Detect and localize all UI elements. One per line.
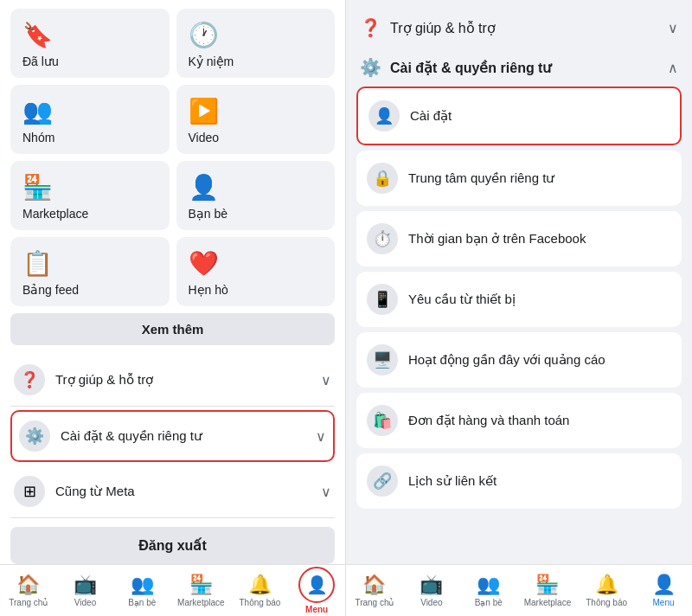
trang-chu-label: Trang chủ bbox=[9, 598, 48, 607]
bang-feed-icon: 📋 bbox=[22, 249, 53, 278]
tile-da-luu[interactable]: 🔖 Đã lưu bbox=[10, 9, 170, 78]
yeu-cau-icon: 📱 bbox=[367, 284, 398, 315]
ky-niem-label: Kỷ niệm bbox=[189, 55, 234, 68]
left-nav-video[interactable]: 📺 Video bbox=[57, 570, 114, 611]
right-bottom-nav: 🏠 Trang chủ 📺 Video 👥 Bạn bè 🏪 Marketpla… bbox=[346, 564, 692, 616]
menu-grid: 🔖 Đã lưu 🕐 Kỷ niệm 👥 Nhóm ▶️ Video 🏪 Mar… bbox=[10, 9, 335, 306]
video-icon: ▶️ bbox=[189, 97, 219, 125]
da-luu-icon: 🔖 bbox=[22, 21, 53, 49]
ban-be-label-right: Bạn bè bbox=[475, 598, 503, 607]
left-nav-menu[interactable]: 👤 Menu bbox=[288, 563, 345, 616]
tile-bang-feed[interactable]: 📋 Bảng feed bbox=[10, 237, 170, 306]
menu-icon: 👤 bbox=[298, 567, 335, 603]
cai-dat-quyen-icon: ⚙️ bbox=[360, 57, 381, 78]
right-item-don-dat-hang[interactable]: 🛍️ Đơn đặt hàng và thanh toán bbox=[356, 393, 682, 448]
right-item-trung-tam[interactable]: 🔒 Trung tâm quyền riêng tư bbox=[356, 151, 682, 206]
right-nav-trang-chu[interactable]: 🏠 Trang chủ bbox=[346, 570, 403, 611]
cai-dat-label: Cài đặt & quyền riêng tư bbox=[61, 428, 316, 444]
hen-ho-label: Hẹn hò bbox=[189, 283, 228, 297]
left-nav-ban-be[interactable]: 👥 Bạn bè bbox=[113, 570, 170, 611]
marketplace-label: Marketplace bbox=[22, 207, 88, 221]
thong-bao-icon-right: 🔔 bbox=[595, 574, 618, 596]
video-icon-right: 📺 bbox=[420, 574, 443, 596]
marketplace-label-right: Marketplace bbox=[524, 598, 571, 607]
menu-icon-right: 👤 bbox=[652, 574, 676, 596]
right-nav-thong-bao[interactable]: 🔔 Thông báo bbox=[578, 570, 635, 611]
left-nav-trang-chu[interactable]: 🏠 Trang chủ bbox=[0, 570, 57, 611]
left-scroll: 🔖 Đã lưu 🕐 Kỷ niệm 👥 Nhóm ▶️ Video 🏪 Mar… bbox=[0, 0, 345, 564]
right-section-cai-dat-quyen[interactable]: ⚙️ Cài đặt & quyền riêng tư ∧ bbox=[356, 47, 682, 85]
right-nav-ban-be[interactable]: 👥 Bạn bè bbox=[460, 570, 517, 611]
right-panel: ❓ Trợ giúp & hỗ trợ ∨ ⚙️ Cài đặt & quyền… bbox=[346, 0, 692, 616]
left-panel: 🔖 Đã lưu 🕐 Kỷ niệm 👥 Nhóm ▶️ Video 🏪 Mar… bbox=[0, 0, 346, 616]
tro-giup-label: Trợ giúp & hỗ trợ bbox=[55, 372, 321, 388]
right-item-thoi-gian[interactable]: ⏱️ Thời gian bạn ở trên Facebook bbox=[356, 211, 682, 266]
bang-feed-label: Bảng feed bbox=[22, 283, 79, 297]
thong-bao-icon: 🔔 bbox=[248, 574, 272, 596]
don-dat-hang-icon: 🛍️ bbox=[367, 405, 398, 436]
hen-ho-icon: ❤️ bbox=[189, 249, 219, 278]
right-section-tro-giup[interactable]: ❓ Trợ giúp & hỗ trợ ∨ bbox=[356, 7, 682, 45]
cai-dat-quyen-label: Cài đặt & quyền riêng tư bbox=[390, 60, 668, 76]
thoi-gian-label: Thời gian bạn ở trên Facebook bbox=[408, 231, 671, 247]
video-label-right: Video bbox=[420, 598, 442, 607]
ky-niem-icon: 🕐 bbox=[189, 21, 219, 49]
cung-tu-meta-label: Cũng từ Meta bbox=[55, 484, 321, 499]
left-bottom-nav: 🏠 Trang chủ 📺 Video 👥 Bạn bè 🏪 Marketpla… bbox=[0, 564, 345, 616]
see-more-button[interactable]: Xem thêm bbox=[10, 313, 335, 345]
tile-marketplace[interactable]: 🏪 Marketplace bbox=[10, 161, 170, 230]
tile-ky-niem[interactable]: 🕐 Kỷ niệm bbox=[176, 9, 336, 78]
section-tro-giup[interactable]: ❓ Trợ giúp & hỗ trợ ∨ bbox=[10, 354, 335, 407]
lich-su-label: Lịch sử liên kết bbox=[408, 473, 671, 489]
thong-bao-label: Thông báo bbox=[240, 598, 281, 607]
hoat-dong-label: Hoạt động gần đây với quảng cáo bbox=[408, 352, 671, 368]
video-icon: 📺 bbox=[74, 574, 97, 596]
left-nav-marketplace[interactable]: 🏪 Marketplace bbox=[170, 570, 231, 611]
tro-giup-chevron: ∨ bbox=[321, 372, 331, 388]
video-label: Video bbox=[189, 131, 220, 144]
nhom-label: Nhóm bbox=[22, 131, 54, 144]
right-item-cai-dat[interactable]: 👤 Cài đặt bbox=[356, 87, 682, 145]
tro-giup-icon: ❓ bbox=[360, 17, 381, 38]
right-item-yeu-cau[interactable]: 📱 Yêu cầu từ thiết bị bbox=[356, 272, 682, 327]
section-cung-tu-meta[interactable]: ⊞ Cũng từ Meta ∨ bbox=[10, 465, 335, 518]
right-item-lich-su[interactable]: 🔗 Lịch sử liên kết bbox=[356, 453, 682, 509]
marketplace-icon: 🏪 bbox=[189, 574, 213, 596]
tro-giup-label: Trợ giúp & hỗ trợ bbox=[390, 20, 668, 36]
ban-be-icon: 👥 bbox=[131, 574, 154, 596]
logout-button[interactable]: Đăng xuất bbox=[10, 527, 335, 564]
cai-dat-label: Cài đặt bbox=[410, 108, 670, 124]
ban-be-label: Bạn bè bbox=[128, 598, 156, 607]
cung-tu-meta-icon: ⊞ bbox=[14, 476, 45, 507]
nhom-icon: 👥 bbox=[22, 97, 53, 125]
tile-hen-ho[interactable]: ❤️ Hẹn hò bbox=[176, 237, 336, 306]
menu-label-right: Menu bbox=[653, 598, 675, 607]
cai-dat-icon: 👤 bbox=[368, 100, 400, 132]
section-cai-dat[interactable]: ⚙️ Cài đặt & quyền riêng tư ∨ bbox=[10, 410, 335, 462]
don-dat-hang-label: Đơn đặt hàng và thanh toán bbox=[408, 413, 671, 428]
tile-video[interactable]: ▶️ Video bbox=[176, 85, 336, 154]
right-item-hoat-dong[interactable]: 🖥️ Hoạt động gần đây với quảng cáo bbox=[356, 332, 682, 388]
ban-be-label: Bạn bè bbox=[189, 207, 228, 221]
right-nav-marketplace[interactable]: 🏪 Marketplace bbox=[517, 570, 578, 611]
ban-be-icon: 👤 bbox=[189, 173, 219, 202]
tro-giup-chevron: ∨ bbox=[668, 20, 678, 36]
cai-dat-chevron: ∨ bbox=[316, 428, 326, 445]
marketplace-label: Marketplace bbox=[177, 598, 224, 607]
lich-su-icon: 🔗 bbox=[367, 465, 398, 497]
tile-nhom[interactable]: 👥 Nhóm bbox=[10, 85, 170, 154]
thoi-gian-icon: ⏱️ bbox=[367, 223, 398, 254]
video-label: Video bbox=[74, 598, 96, 607]
da-luu-label: Đã lưu bbox=[22, 55, 59, 68]
trang-chu-icon-right: 🏠 bbox=[362, 574, 386, 596]
right-nav-video[interactable]: 📺 Video bbox=[403, 570, 460, 611]
ban-be-icon-right: 👥 bbox=[477, 574, 500, 596]
hoat-dong-icon: 🖥️ bbox=[367, 344, 398, 375]
cai-dat-icon: ⚙️ bbox=[19, 420, 50, 452]
trang-chu-label-right: Trang chủ bbox=[355, 598, 394, 607]
tro-giup-icon: ❓ bbox=[14, 364, 45, 395]
left-nav-thong-bao[interactable]: 🔔 Thông báo bbox=[232, 570, 289, 611]
right-nav-menu[interactable]: 👤 Menu bbox=[635, 570, 692, 611]
tile-ban-be[interactable]: 👤 Bạn bè bbox=[176, 161, 336, 230]
menu-label: Menu bbox=[305, 605, 328, 614]
